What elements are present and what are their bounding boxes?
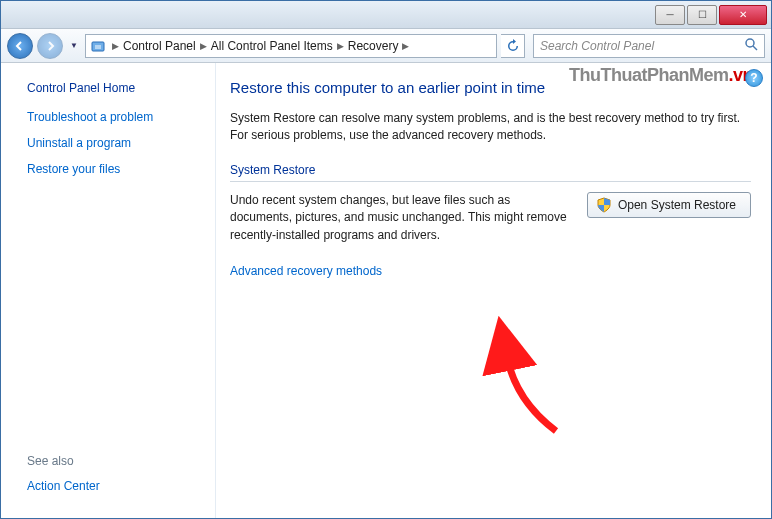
see-also-label: See also xyxy=(27,454,201,468)
forward-button[interactable] xyxy=(37,33,63,59)
arrow-right-icon xyxy=(45,41,55,51)
open-system-restore-button[interactable]: Open System Restore xyxy=(587,192,751,218)
sidebar: Control Panel Home Troubleshoot a proble… xyxy=(1,63,215,518)
arrow-left-icon xyxy=(15,41,25,51)
open-button-label: Open System Restore xyxy=(618,198,736,212)
annotation-arrow xyxy=(501,351,581,444)
chevron-right-icon: ▶ xyxy=(198,41,209,51)
search-icon xyxy=(744,37,758,54)
chevron-right-icon: ▶ xyxy=(335,41,346,51)
svg-point-1 xyxy=(746,39,754,47)
refresh-icon xyxy=(506,39,520,53)
breadcrumb-item[interactable]: All Control Panel Items xyxy=(209,39,335,53)
body: Control Panel Home Troubleshoot a proble… xyxy=(1,63,771,518)
see-also-action-center[interactable]: Action Center xyxy=(27,478,201,495)
shield-icon xyxy=(596,197,612,213)
sidebar-link-restore-files[interactable]: Restore your files xyxy=(27,161,201,178)
section-title: System Restore xyxy=(230,163,751,177)
content: ThuThuatPhanMem.vn ? Restore this comput… xyxy=(215,63,771,518)
sidebar-home-link[interactable]: Control Panel Home xyxy=(27,81,201,95)
titlebar: ─ ☐ ✕ xyxy=(1,1,771,29)
advanced-recovery-link[interactable]: Advanced recovery methods xyxy=(230,264,382,278)
restore-description: Undo recent system changes, but leave fi… xyxy=(230,192,569,244)
window-frame: ─ ☐ ✕ ▼ ▶ Control Panel ▶ All Control Pa… xyxy=(0,0,772,519)
minimize-button[interactable]: ─ xyxy=(655,5,685,25)
sidebar-link-uninstall[interactable]: Uninstall a program xyxy=(27,135,201,152)
help-button[interactable]: ? xyxy=(745,69,763,87)
divider xyxy=(230,181,751,182)
intro-text: System Restore can resolve many system p… xyxy=(230,110,751,145)
chevron-right-icon: ▶ xyxy=(400,41,411,51)
breadcrumb-item[interactable]: Recovery xyxy=(346,39,401,53)
refresh-button[interactable] xyxy=(501,34,525,58)
watermark: ThuThuatPhanMem.vn xyxy=(569,65,753,86)
recovery-icon xyxy=(90,38,106,54)
close-button[interactable]: ✕ xyxy=(719,5,767,25)
breadcrumb-item[interactable]: Control Panel xyxy=(121,39,198,53)
sidebar-link-troubleshoot[interactable]: Troubleshoot a problem xyxy=(27,109,201,126)
maximize-button[interactable]: ☐ xyxy=(687,5,717,25)
svg-line-2 xyxy=(753,46,757,50)
search-input[interactable]: Search Control Panel xyxy=(533,34,765,58)
restore-row: Undo recent system changes, but leave fi… xyxy=(230,192,751,244)
back-button[interactable] xyxy=(7,33,33,59)
toolbar: ▼ ▶ Control Panel ▶ All Control Panel It… xyxy=(1,29,771,63)
search-placeholder: Search Control Panel xyxy=(540,39,654,53)
see-also-section: See also Action Center xyxy=(27,454,201,504)
chevron-right-icon: ▶ xyxy=(110,41,121,51)
address-bar[interactable]: ▶ Control Panel ▶ All Control Panel Item… xyxy=(85,34,497,58)
window-buttons: ─ ☐ ✕ xyxy=(655,5,767,25)
history-dropdown[interactable]: ▼ xyxy=(67,36,81,56)
